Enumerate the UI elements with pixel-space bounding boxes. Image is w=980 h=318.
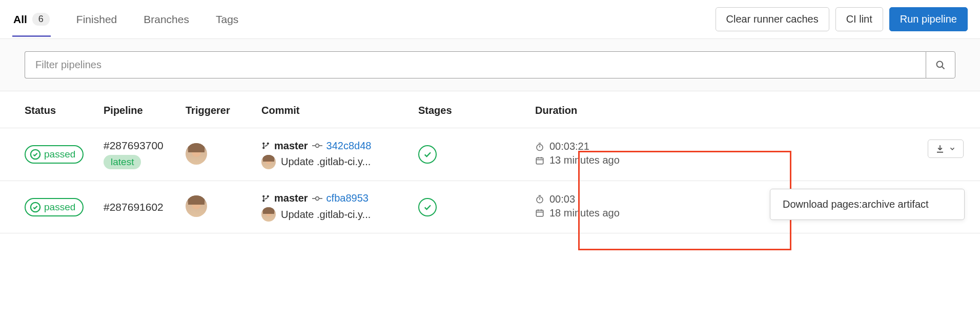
tab-branches[interactable]: Branches	[142, 2, 190, 37]
pipeline-id[interactable]: #287691602	[104, 201, 186, 213]
branch-name[interactable]: master	[274, 192, 308, 204]
column-status: Status	[25, 105, 104, 116]
time-ago: 13 minutes ago	[549, 154, 620, 166]
header-actions: Clear runner caches CI lint Run pipeline	[716, 7, 968, 31]
search-icon	[935, 60, 946, 70]
branch-icon	[261, 193, 270, 204]
svg-rect-20	[536, 210, 543, 216]
svg-point-0	[937, 61, 943, 67]
tab-all-label: All	[13, 13, 27, 26]
header-bar: All 6 Finished Branches Tags Clear runne…	[0, 0, 980, 38]
commit-sha[interactable]: cfba8953	[326, 192, 369, 204]
branch-name[interactable]: master	[274, 140, 308, 152]
download-artifact-item[interactable]: Download pages:archive artifact	[783, 198, 952, 210]
calendar-icon	[535, 208, 544, 217]
column-triggerer: Triggerer	[186, 105, 261, 116]
commit-message[interactable]: Update .gitlab-ci.y...	[281, 156, 371, 168]
tab-finished[interactable]: Finished	[75, 2, 118, 37]
duration-value: 00:03:21	[549, 141, 589, 152]
tab-tags-label: Tags	[216, 13, 238, 26]
stopwatch-icon	[535, 142, 544, 151]
ci-lint-button[interactable]: CI lint	[835, 7, 883, 31]
clear-runner-caches-button[interactable]: Clear runner caches	[716, 7, 829, 31]
branch-icon	[261, 141, 270, 151]
tab-all[interactable]: All 6	[12, 2, 51, 37]
table-header: Status Pipeline Triggerer Commit Stages …	[0, 91, 980, 128]
latest-tag: latest	[104, 155, 141, 169]
svg-rect-9	[536, 157, 543, 164]
commit-message[interactable]: Update .gitlab-ci.y...	[281, 209, 371, 221]
pipeline-row: passed #287693700 latest master 342c8d48…	[0, 128, 980, 181]
filter-pipelines-input[interactable]	[25, 51, 926, 78]
download-artifacts-button[interactable]	[928, 140, 964, 158]
time-ago: 18 minutes ago	[549, 207, 620, 219]
column-stages: Stages	[418, 105, 535, 116]
check-circle-icon	[30, 149, 41, 160]
commit-sha[interactable]: 342c8d48	[326, 140, 372, 152]
triggerer-avatar[interactable]	[186, 143, 207, 165]
column-duration: Duration	[535, 105, 955, 116]
tabs: All 6 Finished Branches Tags	[12, 2, 239, 37]
chevron-down-icon	[949, 145, 956, 152]
status-badge-label: passed	[44, 149, 75, 160]
svg-line-1	[942, 66, 945, 69]
stage-passed-icon[interactable]	[418, 198, 437, 216]
commit-icon	[312, 143, 322, 149]
commit-icon	[312, 195, 322, 202]
pipeline-id[interactable]: #287693700	[104, 140, 186, 152]
tab-tags[interactable]: Tags	[215, 2, 239, 37]
stopwatch-icon	[535, 194, 544, 204]
column-commit: Commit	[261, 105, 418, 116]
run-pipeline-button[interactable]: Run pipeline	[889, 7, 968, 31]
triggerer-avatar[interactable]	[186, 195, 207, 217]
tab-all-badge: 6	[32, 13, 50, 26]
stage-passed-icon[interactable]	[418, 145, 437, 164]
commit-author-avatar[interactable]	[261, 155, 276, 169]
tab-branches-label: Branches	[144, 13, 189, 26]
status-badge-label: passed	[44, 202, 75, 213]
calendar-icon	[535, 156, 544, 165]
filter-area	[0, 38, 980, 91]
duration-value: 00:03	[549, 193, 575, 205]
filter-search-button[interactable]	[926, 51, 955, 78]
svg-point-3	[315, 144, 319, 148]
download-icon	[935, 144, 945, 153]
commit-author-avatar[interactable]	[261, 207, 276, 222]
column-pipeline: Pipeline	[104, 105, 186, 116]
tab-finished-label: Finished	[76, 13, 117, 26]
download-artifacts-dropdown: Download pages:archive artifact	[770, 189, 965, 220]
check-circle-icon	[30, 202, 41, 213]
svg-point-14	[315, 196, 319, 200]
status-badge-passed[interactable]: passed	[25, 198, 84, 216]
status-badge-passed[interactable]: passed	[25, 145, 84, 164]
